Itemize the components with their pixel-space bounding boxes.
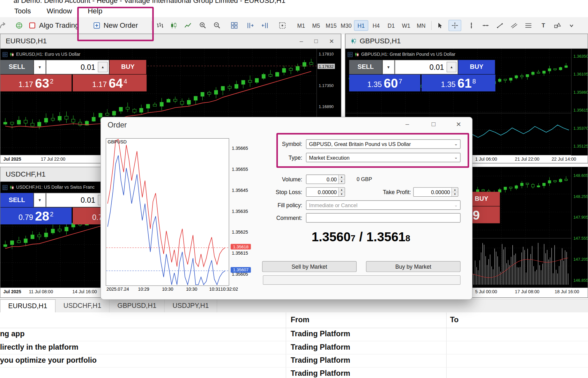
sell-button[interactable]: SELL xyxy=(0,193,33,207)
sell-button[interactable]: SELL xyxy=(0,60,33,74)
axis-label: 5 Jul 00:00 xyxy=(475,289,497,294)
symbol-select[interactable]: GBPUSD, Great Britain Pound vs US Dollar… xyxy=(306,139,460,149)
mail-row[interactable]: ng appTrading Platform xyxy=(0,328,588,341)
new-order-label: New Order xyxy=(103,21,138,30)
mailbox-panel: From To ng appTrading Platformlirectly i… xyxy=(0,312,588,378)
timeframe-w1[interactable]: W1 xyxy=(399,20,413,31)
maximize-icon[interactable]: □ xyxy=(314,38,318,45)
volume-input[interactable]: 0.01▲ xyxy=(395,60,458,74)
cursor-button[interactable] xyxy=(434,20,446,31)
volume-input[interactable]: 0.00 ▲▼ xyxy=(306,175,345,184)
auto-scroll-button[interactable] xyxy=(244,20,257,31)
history-arrow-button[interactable] xyxy=(0,20,10,31)
take-profit-input[interactable]: 0.00000 ▲▼ xyxy=(413,187,458,197)
menu-tools[interactable]: Tools xyxy=(14,7,31,15)
timeframe-h1[interactable]: H1 xyxy=(354,20,368,31)
column-header-to[interactable]: To xyxy=(450,316,458,324)
volume-input[interactable]: 0.01▲ xyxy=(46,60,109,74)
buy-button[interactable]: BUY xyxy=(458,60,495,74)
globe-icon xyxy=(15,22,23,29)
volume-up-icon[interactable]: ▲ xyxy=(98,62,108,72)
sell-button[interactable]: SELL xyxy=(349,60,382,74)
symbol-value: GBPUSD, Great Britain Pound vs US Dollar xyxy=(309,141,411,147)
tick-scale-label: 1.35625 xyxy=(232,230,248,235)
crosshair-button[interactable] xyxy=(449,20,461,31)
one-click-trading-panel: SELL ▼ 0.01▲ BUY 1.17632 1.17644 xyxy=(0,60,146,91)
timeframe-m5[interactable]: M5 xyxy=(309,20,324,31)
volume-dropdown[interactable]: ▼ xyxy=(34,60,46,74)
scale-label: 1.35125 xyxy=(573,144,588,148)
chart-shift-button[interactable] xyxy=(259,20,272,31)
timeframe-mn[interactable]: MN xyxy=(414,20,428,31)
buy-button[interactable]: BUY xyxy=(109,60,146,74)
window-title: GBPUSD,H1 xyxy=(360,37,401,45)
type-select[interactable]: Market Execution⌄ xyxy=(306,153,460,162)
volume-spinner[interactable]: ▲▼ xyxy=(338,175,345,184)
volume-dropdown[interactable]: ▼ xyxy=(383,60,395,74)
horizontal-line-button[interactable] xyxy=(479,20,492,31)
chart-tab-eurusd-h1[interactable]: EURUSD,H1 xyxy=(0,299,56,312)
timeframe-d1[interactable]: D1 xyxy=(384,20,398,31)
timeframe-m1[interactable]: M1 xyxy=(294,20,308,31)
screenshot-button[interactable] xyxy=(276,20,289,31)
shapes-button[interactable] xyxy=(551,20,564,31)
tick-chart-time-scale: 2025.07.2410:2910:3010:3010:3110:32:02 xyxy=(106,287,256,293)
window-titlebar[interactable]: EURUSD,H1 –□✕ xyxy=(0,34,341,49)
fibonacci-button[interactable] xyxy=(522,20,535,31)
channel-button[interactable] xyxy=(508,20,520,31)
algo-trading-button[interactable]: Algo Trading xyxy=(28,20,79,31)
app-title-text: al Demo: Demo Account - Hedge - Vantage … xyxy=(13,0,285,5)
column-header-from[interactable]: From xyxy=(291,316,309,324)
window-titlebar[interactable]: GBPUSD,H1 xyxy=(346,34,588,49)
mail-from: Trading Platform xyxy=(291,369,350,378)
tick-time-label: 10:30 xyxy=(162,287,173,292)
mail-row[interactable]: Trading Platform xyxy=(0,367,588,378)
more-tools-button[interactable] xyxy=(567,20,576,31)
chevron-down-icon xyxy=(569,23,574,28)
web-terminal-button[interactable] xyxy=(13,20,26,31)
mail-row[interactable]: lirectly in the platformTrading Platform xyxy=(0,341,588,354)
zoom-out-button[interactable] xyxy=(211,20,224,31)
candlestick-chart-button[interactable] xyxy=(167,20,180,31)
volume-dropdown[interactable]: ▼ xyxy=(34,193,46,207)
new-order-button[interactable]: New Order xyxy=(93,20,138,31)
take-profit-value: 0.00000 xyxy=(431,189,450,195)
mail-row[interactable]: you optimize your portfolioTrading Platf… xyxy=(0,354,588,367)
channel-icon xyxy=(511,22,517,29)
maximize-icon[interactable]: □ xyxy=(427,120,440,128)
minimize-icon[interactable]: – xyxy=(401,120,413,128)
menu-help[interactable]: Help xyxy=(88,7,102,15)
minimize-icon[interactable]: – xyxy=(300,38,303,45)
menu-window[interactable]: Window xyxy=(47,7,72,15)
line-chart-button[interactable] xyxy=(182,20,194,31)
order-dialog: Order – □ ✕ GBPUSD 1.356651.356551.35645… xyxy=(100,117,473,300)
spin-up-icon: ▲ xyxy=(339,188,345,192)
take-profit-spinner[interactable]: ▲▼ xyxy=(451,188,458,196)
chart-tab-gbpusd-h1[interactable]: GBPUSD,H1 xyxy=(109,299,165,312)
volume-up-icon[interactable]: ▲ xyxy=(447,62,457,72)
close-icon[interactable]: ✕ xyxy=(329,38,334,45)
scale-label: 1.35615 xyxy=(573,108,588,113)
fill-policy-select: Immediate or Cancel⌄ xyxy=(306,200,460,210)
tile-windows-button[interactable] xyxy=(228,20,241,31)
comment-input[interactable] xyxy=(306,213,460,222)
timeframe-m15[interactable]: M15 xyxy=(324,20,339,31)
timeframe-m30[interactable]: M30 xyxy=(339,20,354,31)
stop-loss-input[interactable]: 0.00000 ▲▼ xyxy=(306,187,345,197)
shapes-icon xyxy=(554,22,562,29)
stop-loss-spinner[interactable]: ▲▼ xyxy=(338,188,345,196)
vertical-line-button[interactable] xyxy=(465,20,478,31)
text-label-button[interactable]: T xyxy=(537,20,550,31)
bar-chart-button[interactable] xyxy=(154,20,167,31)
chart-tab-usdchf-h1[interactable]: USDCHF,H1 xyxy=(56,299,109,312)
trendline-button[interactable] xyxy=(494,20,506,31)
close-icon[interactable]: ✕ xyxy=(452,120,465,128)
volume-input[interactable]: 0.01▲ xyxy=(46,193,109,207)
sell-by-market-button[interactable]: Sell by Market xyxy=(262,261,357,272)
buy-by-market-button[interactable]: Buy by Market xyxy=(366,261,460,272)
timeframe-h4[interactable]: H4 xyxy=(369,20,383,31)
tick-scale-label: 1.35655 xyxy=(232,167,248,172)
zoom-in-button[interactable] xyxy=(197,20,209,31)
chart-tab-usdjpy-h1[interactable]: USDJPY,H1 xyxy=(165,299,217,312)
zoom-in-icon xyxy=(199,22,207,29)
